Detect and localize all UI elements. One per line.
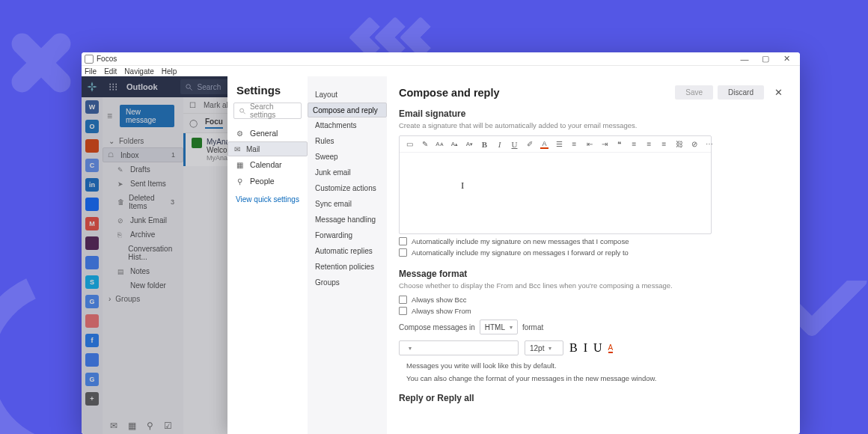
insert-image-icon[interactable]: ▭ — [406, 140, 414, 148]
bold-icon[interactable]: B — [480, 140, 489, 149]
font-size-up-icon[interactable]: A▴ — [450, 141, 459, 147]
subnav-compose-and-reply[interactable]: Compose and reply — [308, 103, 387, 117]
subnav-message-handling[interactable]: Message handling — [308, 212, 387, 227]
subnav-rules[interactable]: Rules — [308, 133, 387, 149]
align-right-icon[interactable]: ≡ — [660, 140, 668, 148]
auto-sign-new-checkbox[interactable]: Automatically include my signature on ne… — [399, 237, 788, 245]
chevron-down-icon: ▾ — [409, 345, 412, 352]
default-italic-icon[interactable]: I — [584, 341, 587, 355]
show-from-checkbox[interactable]: Always show From — [399, 307, 788, 315]
signature-textarea[interactable]: I — [400, 153, 711, 233]
subnav-attachments[interactable]: Attachments — [308, 117, 387, 133]
text-color-icon[interactable]: A — [540, 140, 548, 149]
settings-cat-calendar[interactable]: ▦Calendar — [227, 156, 308, 173]
more-icon[interactable]: ⋯ — [705, 140, 713, 148]
outdent-icon[interactable]: ⇤ — [585, 140, 593, 148]
quote-icon[interactable]: ❝ — [615, 140, 623, 148]
font-color-icon[interactable]: ✎ — [421, 140, 429, 148]
svg-line-3 — [243, 111, 245, 113]
font-size-select[interactable]: 12pt▾ — [525, 340, 563, 355]
subnav-sync-email[interactable]: Sync email — [308, 196, 387, 212]
bullets-icon[interactable]: ☰ — [555, 140, 563, 148]
align-left-icon[interactable]: ≡ — [630, 140, 638, 148]
subnav-layout[interactable]: Layout — [308, 87, 387, 103]
settings-categories: Settings Search settings ⚙General✉Mail▦C… — [227, 76, 308, 434]
unlink-icon[interactable]: ⊘ — [690, 140, 698, 148]
subnav-sweep[interactable]: Sweep — [308, 149, 387, 165]
chevron-down-icon: ▾ — [548, 345, 551, 352]
font-size-down-icon[interactable]: A▾ — [465, 141, 474, 147]
font-family-icon[interactable]: Aᴀ — [435, 141, 444, 147]
subnav-forwarding[interactable]: Forwarding — [308, 227, 387, 243]
window-close[interactable]: ✕ — [776, 54, 797, 64]
italic-icon[interactable]: I — [495, 140, 504, 149]
window-maximize[interactable]: ▢ — [755, 54, 776, 64]
format-note-1: Messages you write will look like this b… — [406, 361, 788, 370]
settings-search-input[interactable]: Search settings — [233, 103, 302, 119]
menu-help[interactable]: Help — [162, 67, 177, 76]
settings-title: Settings — [227, 84, 308, 103]
message-format-desc: Choose whether to display the From and B… — [399, 281, 788, 290]
compose-format-label-post: format — [522, 323, 543, 331]
subnav-retention-policies[interactable]: Retention policies — [308, 259, 387, 275]
subnav-junk-email[interactable]: Junk email — [308, 165, 387, 180]
indent-icon[interactable]: ⇥ — [600, 140, 608, 148]
message-format-heading: Message format — [399, 269, 788, 279]
underline-icon[interactable]: U — [510, 140, 519, 149]
link-icon[interactable]: ⛓ — [675, 140, 683, 148]
settings-cat-mail[interactable]: ✉Mail — [227, 141, 308, 156]
reply-heading: Reply or Reply all — [399, 393, 788, 403]
window-title: Focos — [97, 55, 117, 63]
email-signature-heading: Email signature — [399, 109, 788, 119]
format-note-2: You can also change the format of your m… — [406, 374, 788, 382]
highlight-icon[interactable]: ✐ — [525, 140, 534, 148]
outlook-root: ⁝⁝⁝ Outlook Search ◉ ⟳ ⚙ ? WOCinMSGfG+ ≡… — [82, 76, 800, 434]
font-family-select[interactable]: ▾ — [399, 340, 519, 355]
show-bcc-checkbox[interactable]: Always show Bcc — [399, 296, 788, 304]
numbering-icon[interactable]: ≡ — [570, 140, 578, 148]
subnav-automatic-replies[interactable]: Automatic replies — [308, 243, 387, 259]
signature-editor[interactable]: ▭ ✎ Aᴀ A▴ A▾ B I U ✐ A ☰ ≡ ⇤ ⇥ ❝ — [399, 135, 712, 234]
compose-format-select[interactable]: HTML▾ — [480, 320, 518, 334]
close-icon[interactable]: ✕ — [768, 87, 788, 98]
settings-modal: Settings Search settings ⚙General✉Mail▦C… — [227, 76, 800, 434]
default-bold-icon[interactable]: B — [569, 341, 578, 355]
subnav-groups[interactable]: Groups — [308, 275, 387, 290]
app-window: Focos — ▢ ✕ File Edit Navigate Help ⁝⁝⁝ … — [82, 52, 800, 434]
menubar: File Edit Navigate Help — [82, 66, 800, 76]
align-center-icon[interactable]: ≡ — [645, 140, 653, 148]
settings-cat-people[interactable]: ⚲People — [227, 173, 308, 189]
view-quick-settings-link[interactable]: View quick settings — [227, 189, 308, 210]
menu-edit[interactable]: Edit — [104, 67, 117, 76]
settings-cat-general[interactable]: ⚙General — [227, 125, 308, 141]
save-button[interactable]: Save — [675, 85, 713, 100]
discard-button[interactable]: Discard — [718, 85, 764, 100]
subnav-customize-actions[interactable]: Customize actions — [308, 180, 387, 196]
settings-subnav: LayoutCompose and replyAttachmentsRulesS… — [308, 76, 387, 434]
titlebar: Focos — ▢ ✕ — [82, 52, 800, 66]
default-color-icon[interactable]: A — [608, 343, 614, 353]
settings-pane: Compose and reply Save Discard ✕ Email s… — [387, 76, 800, 434]
bg-chevrons — [359, 22, 435, 52]
compose-format-label-pre: Compose messages in — [399, 323, 475, 331]
email-signature-desc: Create a signature that will be automati… — [399, 121, 788, 129]
app-icon — [85, 55, 94, 64]
bg-x-shape — [7, 30, 75, 97]
window-minimize[interactable]: — — [734, 55, 755, 64]
text-cursor: I — [461, 180, 464, 192]
chevron-down-icon: ▾ — [510, 324, 513, 331]
search-icon — [239, 107, 246, 115]
default-underline-icon[interactable]: U — [593, 341, 602, 355]
pane-title: Compose and reply — [399, 87, 670, 99]
svg-point-2 — [240, 109, 244, 112]
menu-navigate[interactable]: Navigate — [124, 67, 153, 76]
auto-sign-reply-checkbox[interactable]: Automatically include my signature on me… — [399, 248, 788, 257]
editor-toolbar: ▭ ✎ Aᴀ A▴ A▾ B I U ✐ A ☰ ≡ ⇤ ⇥ ❝ — [400, 136, 711, 153]
menu-file[interactable]: File — [85, 67, 97, 76]
